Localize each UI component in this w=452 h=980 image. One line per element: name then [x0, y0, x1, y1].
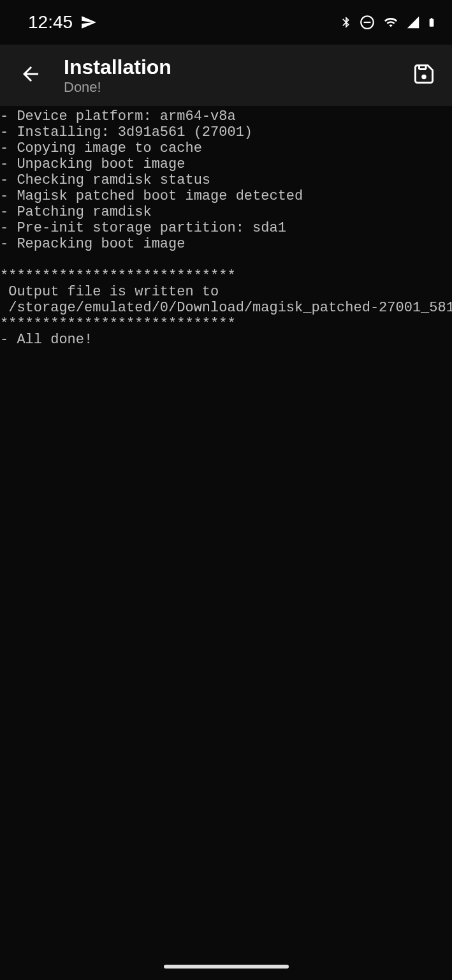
- cellular-signal-icon: [406, 15, 420, 29]
- arrow-back-icon: [19, 63, 42, 88]
- status-bar-left: 12:45: [28, 12, 97, 33]
- log-output: - Device platform: arm64-v8a - Installin…: [0, 106, 452, 348]
- back-button[interactable]: [15, 60, 46, 91]
- status-time: 12:45: [28, 12, 73, 33]
- bluetooth-icon: [340, 14, 353, 31]
- app-bar: Installation Done!: [0, 45, 452, 106]
- svg-point-2: [421, 75, 426, 80]
- status-bar: 12:45: [0, 0, 452, 45]
- do-not-disturb-icon: [359, 14, 375, 31]
- battery-icon: [426, 14, 437, 31]
- status-bar-right: [340, 14, 437, 31]
- page-title: Installation: [64, 56, 391, 79]
- page-subtitle: Done!: [64, 79, 391, 96]
- save-button[interactable]: [409, 60, 439, 91]
- send-icon: [80, 14, 97, 31]
- home-indicator[interactable]: [164, 965, 289, 969]
- save-icon: [412, 63, 435, 88]
- wifi-icon: [382, 15, 400, 29]
- app-bar-titles: Installation Done!: [64, 56, 391, 96]
